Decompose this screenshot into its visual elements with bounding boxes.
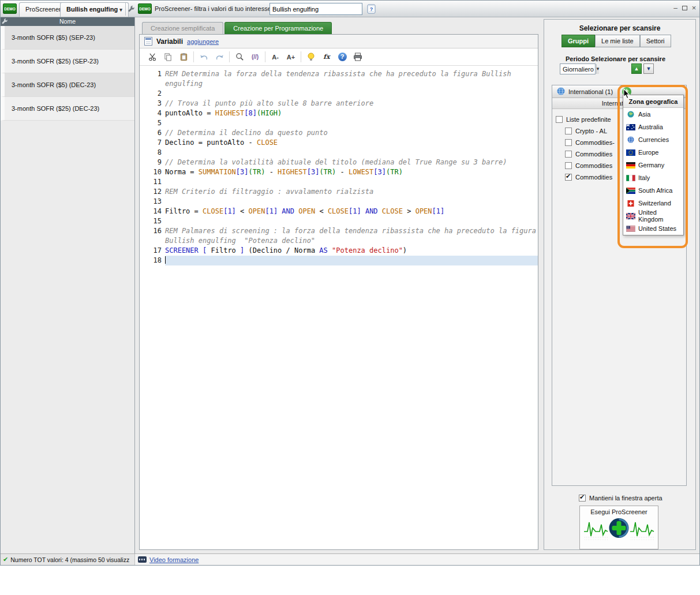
move-down-button[interactable]: ▼ xyxy=(643,63,654,74)
comment-toggle-button[interactable]: (//) xyxy=(249,51,261,63)
proscreener-window: DEMO ProScreener Bullish engulfing ▾ DEM… xyxy=(0,0,700,566)
print-button[interactable] xyxy=(352,51,364,63)
tab-creazione-semplificata[interactable]: Creazione semplificata xyxy=(142,22,223,34)
paste-button[interactable] xyxy=(178,51,189,63)
code-line[interactable]: 12REM Criterio di filtraggio : avvalamen… xyxy=(140,187,538,197)
geo-item-currencies[interactable]: Currencies xyxy=(623,133,683,146)
checkbox[interactable] xyxy=(565,162,572,169)
screener-selector-dropdown[interactable]: Bullish engulfing ▾ xyxy=(60,2,129,17)
checkbox[interactable] xyxy=(565,128,572,134)
code-editor[interactable]: 1REM Determina la forza della tendenza r… xyxy=(140,66,538,265)
add-variable-link[interactable]: aggiungere xyxy=(187,38,219,45)
settori-button[interactable]: Settori xyxy=(640,35,671,47)
geo-item-label: Australia xyxy=(638,124,663,130)
line-number: 12 xyxy=(140,187,165,197)
list-item[interactable]: 3-month SOFR ($5) (DEC-23) xyxy=(1,73,134,97)
demo-logo-icon: DEMO xyxy=(3,3,17,14)
wrench-icon[interactable] xyxy=(2,18,8,27)
cut-button[interactable] xyxy=(147,51,158,63)
code-line[interactable]: 13 xyxy=(140,197,538,207)
gruppi-button[interactable]: Gruppi xyxy=(562,35,595,47)
divider xyxy=(301,51,301,62)
copy-button[interactable] xyxy=(162,51,174,63)
geo-item-united-kingdom[interactable]: United Kingdom xyxy=(623,209,683,222)
plus-icon: + xyxy=(624,87,628,95)
code-line[interactable]: 5 xyxy=(140,118,538,128)
code-line[interactable]: 18 xyxy=(140,256,538,265)
geo-item-south-africa[interactable]: South Africa xyxy=(623,184,683,197)
help-button[interactable]: ? xyxy=(336,51,348,63)
geo-item-asia[interactable]: Asia xyxy=(623,108,683,121)
list-item[interactable]: 3-month SOFR ($25) (SEP-23) xyxy=(1,50,134,73)
run-proscreener-button[interactable]: Esegui ProScreener xyxy=(579,506,658,549)
code-line[interactable]: 14Filtro = CLOSE[1] < OPEN[1] AND OPEN <… xyxy=(140,207,538,216)
code-line[interactable]: 2 xyxy=(140,89,538,99)
code-text: Filtro = CLOSE[1] < OPEN[1] AND OPEN < C… xyxy=(165,207,538,216)
code-line[interactable]: 3// Trova il punto più alto sulle 8 barr… xyxy=(140,99,538,108)
code-line[interactable]: 15 xyxy=(140,216,538,226)
code-line[interactable]: 16REM Palmares di screening : la forza d… xyxy=(140,226,538,246)
list-item[interactable]: 3-month SOFR ($25) (DEC-23) xyxy=(1,97,134,121)
geo-item-switzerland[interactable]: Switzerland xyxy=(623,197,683,209)
close-button[interactable]: × xyxy=(690,4,698,13)
code-text xyxy=(165,148,538,158)
instrument-label: 3-month SOFR ($25) (DEC-23) xyxy=(12,105,99,112)
undo-button[interactable] xyxy=(198,51,209,63)
code-line[interactable]: 1REM Determina la forza della tendenza r… xyxy=(140,69,538,89)
code-line[interactable]: 17SCREENER [ Filtro ] (Declino / Norma A… xyxy=(140,246,538,256)
checkbox[interactable] xyxy=(565,174,572,181)
geo-item-label: United States xyxy=(638,225,676,232)
geo-item-italy[interactable]: Italy xyxy=(623,171,683,184)
fx-functions-button[interactable]: fx xyxy=(321,51,332,63)
search-icon[interactable] xyxy=(234,51,245,63)
le-mie-liste-button[interactable]: Le mie liste xyxy=(595,35,640,47)
code-line[interactable]: 4puntoAlto = HIGHEST[8](HIGH) xyxy=(140,108,538,118)
list-item[interactable]: 3-month SOFR ($5) (SEP-23) xyxy=(1,26,134,50)
redo-button[interactable] xyxy=(214,51,225,63)
video-training-link[interactable]: Video formazione xyxy=(149,556,199,563)
move-up-button[interactable]: ▲ xyxy=(631,63,642,74)
font-increase-button[interactable]: A+ xyxy=(285,51,297,63)
geo-item-label: South Africa xyxy=(638,187,672,194)
chevron-down-icon: ▾ xyxy=(596,64,600,74)
code-line[interactable]: 10Norma = SUMMATION[3](TR) - HIGHEST[3](… xyxy=(140,167,538,177)
geo-item-europe[interactable]: Europe xyxy=(623,146,683,159)
checkbox[interactable] xyxy=(565,139,572,146)
checkbox[interactable] xyxy=(579,495,586,502)
geo-item-germany[interactable]: Germany xyxy=(623,159,683,171)
help-book-icon[interactable]: ? xyxy=(367,4,377,15)
line-number: 14 xyxy=(140,207,165,216)
keep-window-open-option[interactable]: Mantieni la finestra aperta xyxy=(579,495,662,502)
code-text xyxy=(165,216,538,226)
periodo-select[interactable]: Giornaliero ▾ xyxy=(560,63,596,74)
code-line[interactable]: 7Declino = puntoAlto - CLOSE xyxy=(140,138,538,148)
font-decrease-button[interactable]: A- xyxy=(269,51,281,63)
checkbox-label: Crypto - AL xyxy=(575,128,607,134)
help-icon: ? xyxy=(338,53,347,61)
code-line[interactable]: 6// Determina il declino da questo punto xyxy=(140,128,538,138)
screener-name-input[interactable] xyxy=(269,3,362,15)
geo-item-australia[interactable]: Australia xyxy=(623,121,683,133)
code-line[interactable]: 8 xyxy=(140,148,538,158)
geo-item-label: Germany xyxy=(638,162,664,169)
maximize-button[interactable] xyxy=(680,4,689,13)
instrument-label: 3-month SOFR ($5) (SEP-23) xyxy=(12,34,95,41)
wrench-icon[interactable] xyxy=(128,5,135,13)
check-icon: ✔ xyxy=(3,556,8,563)
tab-creazione-programmazione[interactable]: Creazione per Programmazione xyxy=(224,22,332,34)
geo-item-united-states[interactable]: United States xyxy=(623,222,683,235)
checkbox-label: Liste predefinite xyxy=(566,116,611,123)
asia-globe-icon xyxy=(626,111,635,118)
united-states-flag-icon xyxy=(626,226,635,232)
demo-logo-icon: DEMO xyxy=(138,3,152,14)
code-line[interactable]: 11 xyxy=(140,177,538,187)
code-text: // Trova il punto più alto sulle 8 barre… xyxy=(165,99,538,108)
currencies-globe-icon xyxy=(626,136,635,143)
italy-flag-icon xyxy=(626,175,635,181)
checkbox[interactable] xyxy=(556,116,563,123)
lightbulb-icon[interactable] xyxy=(305,51,317,63)
minimize-button[interactable]: – xyxy=(671,4,680,13)
line-number: 17 xyxy=(140,246,165,256)
code-line[interactable]: 9// Determina la volatilità abituale del… xyxy=(140,158,538,167)
checkbox[interactable] xyxy=(565,151,572,158)
